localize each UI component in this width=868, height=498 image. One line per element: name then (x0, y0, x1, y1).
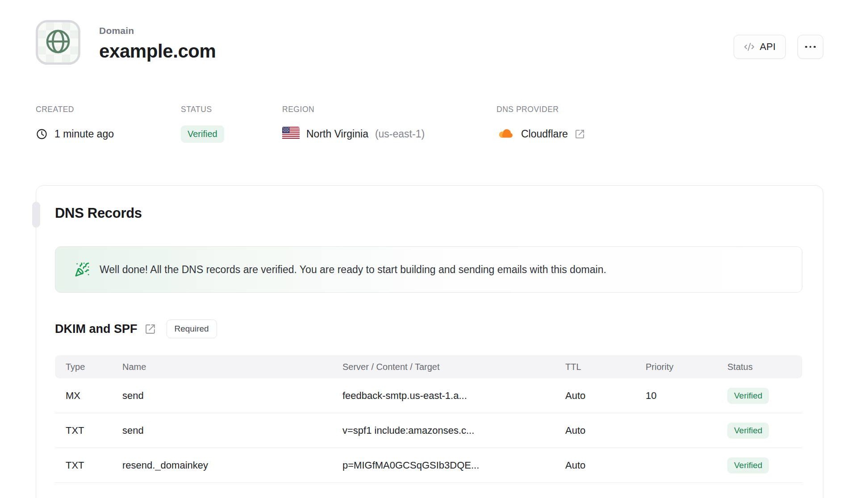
party-popper-icon (75, 262, 90, 277)
cell-status: Verified (727, 423, 802, 439)
us-flag-icon (282, 127, 300, 141)
clock-icon (36, 128, 48, 140)
meta-region: REGION (282, 105, 497, 143)
more-button[interactable] (797, 35, 823, 59)
cell-status: Verified (727, 388, 802, 404)
dns-records-title: DNS Records (55, 205, 802, 221)
cell-name: send (122, 425, 342, 436)
external-link-icon[interactable] (575, 129, 585, 139)
cell-name: send (122, 390, 342, 402)
cell-ttl: Auto (565, 425, 646, 436)
ellipsis-icon (805, 46, 807, 48)
cell-status: Verified (727, 457, 802, 473)
verified-badge: Verified (727, 388, 769, 404)
api-button-label: API (760, 41, 776, 53)
status-badge: Verified (181, 125, 224, 143)
dns-provider-value: Cloudflare (521, 128, 568, 140)
verified-badge: Verified (727, 457, 769, 473)
cell-type: TXT (55, 460, 122, 471)
col-header-content: Server / Content / Target (342, 362, 565, 372)
region-value: North Virginia (306, 128, 368, 140)
dns-table-body: MXsendfeedback-smtp.us-east-1.a...Auto10… (55, 378, 802, 483)
cell-ttl: Auto (565, 460, 646, 471)
domain-avatar (36, 20, 80, 65)
dns-provider-label: DNS PROVIDER (497, 105, 585, 114)
cell-type: MX (55, 390, 122, 402)
cell-ttl: Auto (565, 390, 646, 402)
dns-records-card: DNS Records Well done! All the DNS recor… (36, 185, 823, 498)
meta-created: CREATED 1 minute ago (36, 105, 181, 143)
header-actions: API (734, 20, 823, 59)
cloudflare-icon (497, 128, 514, 140)
col-header-ttl: TTL (565, 362, 646, 372)
cell-type: TXT (55, 425, 122, 436)
col-header-type: Type (55, 362, 122, 372)
page-kicker: Domain (99, 25, 216, 36)
col-header-priority: Priority (646, 362, 727, 372)
created-value: 1 minute ago (54, 128, 114, 140)
banner-text: Well done! All the DNS records are verif… (100, 264, 606, 276)
cell-content: v=spf1 include:amazonses.c... (342, 425, 565, 436)
globe-icon (44, 27, 72, 58)
dns-table: Type Name Server / Content / Target TTL … (55, 355, 802, 483)
page-title: example.com (99, 41, 216, 62)
meta-dns-provider: DNS PROVIDER Cloudflare (497, 105, 585, 143)
table-row: MXsendfeedback-smtp.us-east-1.a...Auto10… (55, 378, 802, 413)
created-label: CREATED (36, 105, 181, 114)
cell-priority: 10 (646, 390, 727, 402)
col-header-name: Name (122, 362, 342, 372)
cell-name: resend._domainkey (122, 460, 342, 471)
domain-meta: CREATED 1 minute ago STATUS Verified REG… (36, 105, 823, 143)
page-header: Domain example.com API (36, 20, 823, 65)
col-header-status: Status (727, 362, 802, 372)
required-badge: Required (167, 320, 217, 338)
dkim-spf-section-head: DKIM and SPF Required (55, 320, 802, 338)
title-block: Domain example.com (99, 20, 216, 62)
external-link-icon[interactable] (145, 324, 156, 335)
code-icon (744, 42, 755, 52)
verified-badge: Verified (727, 423, 769, 439)
table-row: TXTresend._domainkeyp=MIGfMA0GCSqGSIb3DQ… (55, 448, 802, 483)
success-banner: Well done! All the DNS records are verif… (55, 246, 802, 293)
cell-content: feedback-smtp.us-east-1.a... (342, 390, 565, 402)
table-row: TXTsendv=spf1 include:amazonses.c...Auto… (55, 413, 802, 448)
cell-content: p=MIGfMA0GCSqGSIb3DQE... (342, 460, 565, 471)
region-code: (us-east-1) (375, 128, 425, 140)
region-label: REGION (282, 105, 497, 114)
domain-detail-page: Domain example.com API CREATED (0, 0, 868, 498)
status-label: STATUS (181, 105, 282, 114)
meta-status: STATUS Verified (181, 105, 282, 143)
dkim-spf-title: DKIM and SPF (55, 322, 138, 336)
api-button[interactable]: API (734, 35, 786, 59)
dns-table-header: Type Name Server / Content / Target TTL … (55, 355, 802, 378)
